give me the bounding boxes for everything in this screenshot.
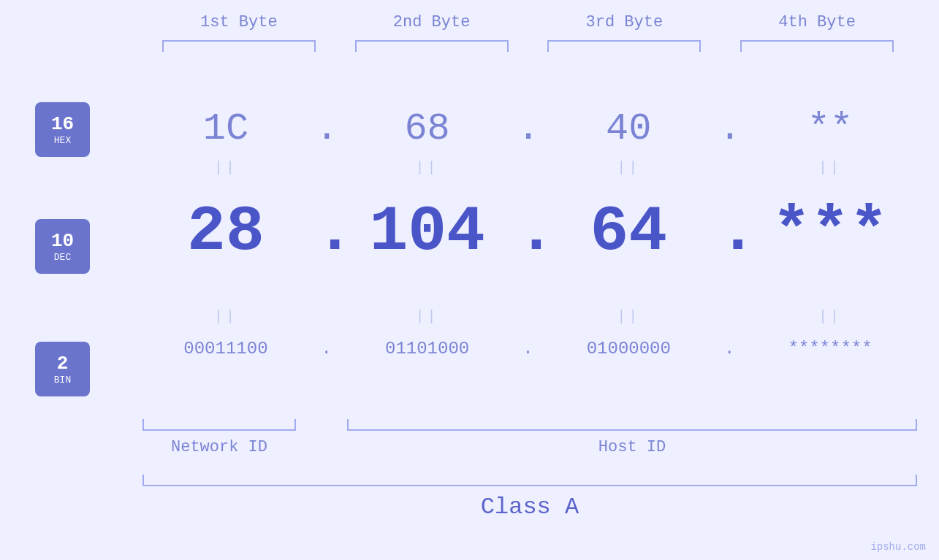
bottom-bracket-host <box>347 419 917 431</box>
class-bracket <box>142 475 917 486</box>
hex-val-3: 40 <box>552 107 705 150</box>
hex-val-4: ** <box>753 107 907 150</box>
dec-val-4: *** <box>753 196 907 268</box>
bin-badge-number: 2 <box>57 353 69 375</box>
equals-4: || <box>753 159 907 176</box>
host-id-label: Host ID <box>347 438 917 456</box>
dec-badge-number: 10 <box>51 230 74 252</box>
class-label: Class A <box>142 494 917 521</box>
top-bracket-2 <box>355 40 509 52</box>
bin-val-4: ******** <box>753 339 907 358</box>
byte-header-1: 1st Byte <box>162 13 316 31</box>
hex-badge: 16 HEX <box>35 102 90 157</box>
dec-badge-label: DEC <box>54 252 71 263</box>
dec-val-1: 28 <box>149 196 303 268</box>
top-bracket-4 <box>740 40 894 52</box>
equals-2: || <box>351 159 504 176</box>
top-brackets <box>142 40 913 52</box>
hex-val-2: 68 <box>351 107 504 150</box>
bin-badge: 2 BIN <box>35 342 90 396</box>
bin-badge-label: BIN <box>54 375 71 386</box>
byte-headers-row: 1st Byte 2nd Byte 3rd Byte 4th Byte <box>142 13 913 31</box>
bin-dot-3: . <box>718 339 740 358</box>
hex-val-1: 1C <box>149 107 303 150</box>
bin-values-row: 00011100 . 01101000 . 01000000 . *******… <box>142 339 913 358</box>
dec-val-2: 104 <box>351 196 504 268</box>
equals-row-2: || || || || <box>142 308 913 325</box>
equals-8: || <box>753 308 907 325</box>
network-id-label: Network ID <box>142 438 296 456</box>
equals-7: || <box>552 308 705 325</box>
dec-dot-1: . <box>316 196 338 268</box>
equals-1: || <box>149 159 303 176</box>
page-container: 1st Byte 2nd Byte 3rd Byte 4th Byte 16 H… <box>0 0 939 560</box>
hex-dot-2: . <box>517 107 539 150</box>
byte-header-3: 3rd Byte <box>547 13 701 31</box>
bin-dot-2: . <box>517 339 539 358</box>
dec-badge: 10 DEC <box>35 219 90 274</box>
dec-val-3: 64 <box>552 196 705 268</box>
bin-val-2: 01101000 <box>351 339 504 358</box>
dec-dot-3: . <box>718 196 740 268</box>
top-bracket-3 <box>547 40 701 52</box>
dec-values-row: 28 . 104 . 64 . *** <box>142 196 913 268</box>
equals-5: || <box>149 308 303 325</box>
hex-values-row: 1C . 68 . 40 . ** <box>142 107 913 150</box>
equals-3: || <box>552 159 705 176</box>
bin-val-1: 00011100 <box>149 339 303 358</box>
equals-row-1: || || || || <box>142 159 913 176</box>
byte-header-4: 4th Byte <box>740 13 894 31</box>
hex-badge-label: HEX <box>54 135 71 146</box>
top-bracket-1 <box>162 40 316 52</box>
hex-badge-number: 16 <box>51 113 74 135</box>
equals-6: || <box>351 308 504 325</box>
watermark: ipshu.com <box>870 541 926 553</box>
bin-dot-1: . <box>316 339 338 358</box>
dec-dot-2: . <box>517 196 539 268</box>
hex-dot-1: . <box>316 107 338 150</box>
hex-dot-3: . <box>718 107 740 150</box>
byte-header-2: 2nd Byte <box>355 13 509 31</box>
bin-val-3: 01000000 <box>552 339 705 358</box>
bottom-bracket-network <box>142 419 296 431</box>
